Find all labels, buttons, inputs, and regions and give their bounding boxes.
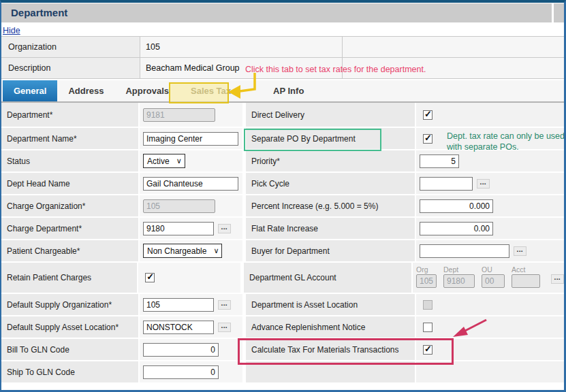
default-supply-organization-label: Default Supply Organization* (1, 294, 138, 315)
charge-organization-input (143, 199, 215, 213)
default-supply-asset-location-input[interactable] (143, 321, 214, 334)
tab-bar: General Address Approvals Sales Tax AP I… (1, 80, 564, 103)
annotation-red-arrow (447, 314, 491, 342)
status-select-value: Active (147, 157, 170, 166)
charge-department-input[interactable] (143, 222, 214, 235)
ship-to-gln-label: Ship To GLN Code (1, 361, 138, 382)
department-gl-account-label: Department GL Account (244, 263, 411, 293)
percent-increase-input[interactable] (420, 199, 493, 213)
retain-patient-charges-label: Retain Patient Charges (1, 263, 137, 293)
tab-general[interactable]: General (3, 80, 57, 101)
organization-label: Organization (1, 37, 140, 57)
annotation-separate-po-highlight (244, 129, 381, 151)
form-row-status: Status Active ∨ Priority* (1, 150, 564, 172)
separate-po-checkbox[interactable] (423, 134, 433, 144)
priority-input[interactable] (420, 154, 459, 168)
annotation-po-note: Dept. tax rate can only be used with sep… (447, 131, 566, 152)
status-label: Status (1, 150, 138, 172)
default-supply-asset-location-label: Default Supply Asset Location* (1, 316, 138, 338)
advance-replenishment-label: Advance Replenishment Notice (246, 316, 415, 338)
window-header: Department (1, 3, 564, 22)
annotation-yellow-arrow (223, 69, 262, 100)
form-row-department: Department* Direct Delivery (1, 103, 564, 127)
direct-delivery-checkbox[interactable] (423, 110, 433, 120)
form-row-charge-dept: Charge Department* ▪▪▪ Flat Rate Increas… (1, 218, 564, 239)
charge-department-label: Charge Department* (1, 218, 138, 239)
dept-head-name-label: Dept Head Name (1, 173, 138, 194)
buyer-label: Buyer for Department (246, 240, 415, 261)
hide-row: Hide (1, 22, 564, 36)
tab-address[interactable]: Address (57, 80, 114, 101)
organization-spacer (343, 37, 564, 57)
flat-rate-increase-label: Flat Rate Increase (246, 218, 415, 239)
form-row-charge-org: Charge Organization* Percent Increase (e… (1, 195, 564, 216)
department-name-input[interactable] (143, 132, 238, 146)
retain-patient-charges-checkbox[interactable] (145, 273, 155, 282)
pick-cycle-input[interactable] (420, 177, 473, 191)
form-row-retain-charges: Retain Patient Charges Department GL Acc… (1, 263, 564, 293)
department-label: Department* (1, 103, 138, 127)
chevron-down-icon: ∨ (176, 157, 182, 165)
gl-account-group: Org Dept OU Acct ▪▪▪ (416, 265, 564, 291)
flat-rate-increase-input[interactable] (420, 222, 493, 235)
percent-increase-label: Percent Increase (e.g. 5.000 = 5%) (246, 195, 415, 216)
gl-ou-label: OU (482, 265, 505, 274)
gl-dept-input (443, 274, 475, 288)
bill-to-gln-label: Bill To GLN Code (1, 339, 138, 360)
buyer-lookup-button[interactable]: ▪▪▪ (514, 246, 526, 256)
asset-location-label: Department is Asset Location (246, 294, 415, 315)
tab-ap-info[interactable]: AP Info (262, 80, 315, 101)
organization-value: 105 (140, 37, 343, 57)
gl-dept-label: Dept (443, 265, 475, 274)
department-window: Department Hide Organization 105 Descrip… (0, 0, 566, 392)
patient-chargeable-select[interactable]: Non Chargeable ∨ (143, 244, 222, 258)
gl-account-lookup-button[interactable]: ▪▪▪ (551, 274, 564, 284)
patient-chargeable-label: Patient Chargeable* (1, 240, 138, 261)
form-row-default-supply-org: Default Supply Organization* ▪▪▪ Departm… (1, 294, 564, 315)
gl-ou-input (482, 274, 505, 288)
annotation-tab-note: Click this tab to set tax rates for the … (245, 65, 456, 74)
charge-organization-label: Charge Organization* (1, 195, 138, 216)
form-row-patient-chargeable: Patient Chargeable* Non Chargeable ∨ Buy… (1, 240, 564, 261)
gl-acct-label: Acct (512, 265, 540, 274)
default-supply-asset-location-lookup-button[interactable]: ▪▪▪ (218, 323, 231, 332)
department-input (143, 108, 215, 122)
charge-department-lookup-button[interactable]: ▪▪▪ (218, 224, 231, 233)
page-title: Department (1, 3, 552, 22)
header-side-block (554, 3, 564, 22)
default-supply-organization-lookup-button[interactable]: ▪▪▪ (218, 300, 231, 310)
patient-chargeable-select-value: Non Chargeable (147, 246, 206, 256)
bill-to-gln-input[interactable] (143, 343, 219, 357)
gl-org-input (416, 274, 437, 288)
direct-delivery-label: Direct Delivery (246, 103, 415, 127)
form-row-dept-head: Dept Head Name Pick Cycle ▪▪▪ (1, 173, 564, 194)
dept-head-name-input[interactable] (143, 177, 238, 191)
hide-link[interactable]: Hide (3, 26, 20, 35)
annotation-calculate-tax-highlight (238, 338, 454, 365)
department-name-label: Department Name* (1, 128, 138, 149)
organization-row: Organization 105 (1, 37, 564, 58)
advance-replenishment-checkbox[interactable] (423, 323, 433, 332)
gl-acct-input (512, 274, 540, 288)
pick-cycle-label: Pick Cycle (246, 173, 415, 194)
gl-org-label: Org (416, 265, 437, 274)
buyer-input[interactable] (420, 244, 509, 258)
chevron-down-icon: ∨ (213, 246, 219, 255)
pick-cycle-lookup-button[interactable]: ▪▪▪ (477, 179, 490, 189)
annotation-sales-tax-highlight (169, 82, 229, 103)
ship-to-gln-input[interactable] (143, 365, 219, 379)
status-select[interactable]: Active ∨ (143, 154, 185, 168)
priority-label: Priority* (246, 150, 415, 172)
description-label: Description (1, 58, 140, 78)
asset-location-checkbox (423, 300, 433, 310)
default-supply-organization-input[interactable] (143, 298, 214, 312)
